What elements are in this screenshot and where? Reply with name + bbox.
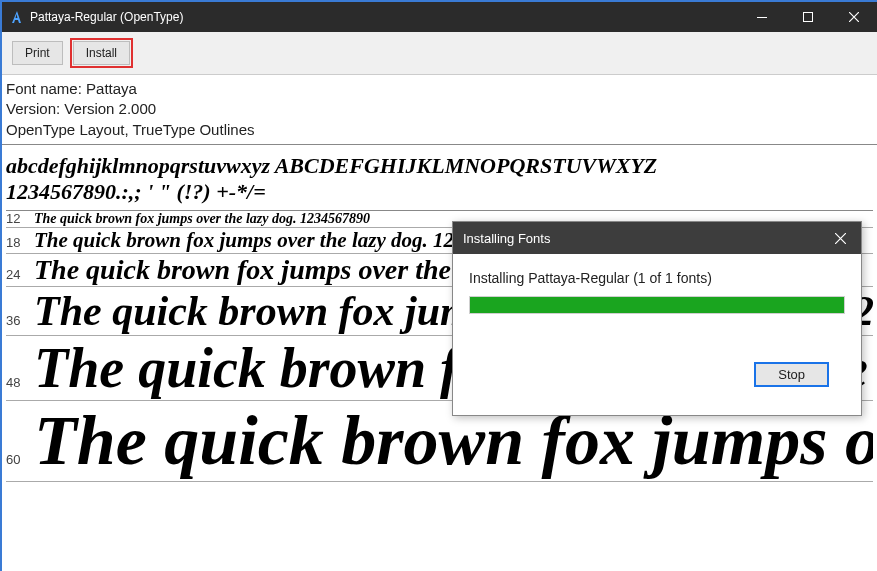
sample-size-label: 18 <box>6 235 34 250</box>
sample-size-label: 60 <box>6 452 34 467</box>
font-type-line: OpenType Layout, TrueType Outlines <box>6 120 873 140</box>
stop-button[interactable]: Stop <box>754 362 829 387</box>
font-name-line: Font name: Pattaya <box>6 79 873 99</box>
charset-line-1: abcdefghijklmnopqrstuvwxyz ABCDEFGHIJKLM… <box>6 153 873 179</box>
progress-bar <box>469 296 845 314</box>
svg-rect-0 <box>757 17 767 18</box>
dialog-title-text: Installing Fonts <box>463 231 550 246</box>
dialog-titlebar: Installing Fonts <box>453 222 861 254</box>
installing-dialog: Installing Fonts Installing Pattaya-Regu… <box>452 221 862 416</box>
sample-size-label: 12 <box>6 211 34 226</box>
maximize-button[interactable] <box>785 2 831 32</box>
charset-block: abcdefghijklmnopqrstuvwxyz ABCDEFGHIJKLM… <box>6 149 873 211</box>
sample-size-label: 24 <box>6 267 34 282</box>
font-app-icon <box>10 10 24 24</box>
toolbar: Print Install <box>2 32 877 75</box>
sample-size-label: 36 <box>6 313 34 328</box>
progress-fill <box>470 297 844 313</box>
sample-text: The quick brown fox jumps over the lazy … <box>34 211 370 227</box>
titlebar: Pattaya-Regular (OpenType) <box>2 2 877 32</box>
svg-rect-1 <box>804 13 813 22</box>
minimize-button[interactable] <box>739 2 785 32</box>
sample-size-label: 48 <box>6 375 34 390</box>
dialog-message: Installing Pattaya-Regular (1 of 1 fonts… <box>469 270 845 286</box>
close-button[interactable] <box>831 2 877 32</box>
window-title: Pattaya-Regular (OpenType) <box>30 10 183 24</box>
font-info: Font name: Pattaya Version: Version 2.00… <box>2 75 877 145</box>
font-version-line: Version: Version 2.000 <box>6 99 873 119</box>
dialog-close-button[interactable] <box>819 222 861 254</box>
print-button[interactable]: Print <box>12 41 63 65</box>
install-button[interactable]: Install <box>73 41 130 65</box>
charset-line-2: 1234567890.:,; ' " (!?) +-*/= <box>6 179 873 205</box>
